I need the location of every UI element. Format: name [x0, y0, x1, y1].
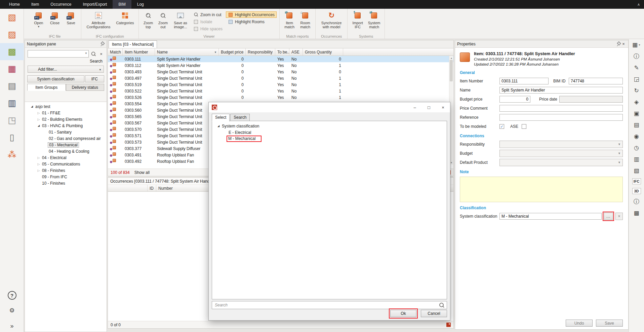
scrollbar-thumb[interactable] — [450, 60, 453, 81]
item-number-field[interactable] — [499, 78, 549, 84]
detach-panel-icon[interactable] — [446, 323, 451, 327]
attribute-configurations-button[interactable]: Attribute Configurations — [84, 10, 113, 34]
name-field[interactable] — [499, 87, 623, 94]
zoom-out-button[interactable]: −Zoom out — [156, 10, 170, 34]
budget-select[interactable]: ▼ — [499, 150, 623, 157]
save-as-image-button[interactable]: Save as image... — [171, 10, 190, 34]
occ-col-number[interactable]: Number — [156, 185, 217, 191]
open-button[interactable]: Open▼ — [31, 10, 46, 34]
clear-classification-button[interactable]: × — [615, 213, 623, 220]
classification-icon[interactable]: ◈ — [631, 98, 642, 106]
dialog-tab-search[interactable]: Search — [230, 114, 250, 121]
table-row[interactable]: 0303.526Single Duct Terminal Unit0YesNo1 — [108, 94, 453, 101]
search-icon[interactable] — [439, 303, 444, 308]
synchronize-with-model-button[interactable]: ↻Synchronize with model — [318, 10, 345, 34]
close-button[interactable]: × — [436, 102, 450, 112]
ribbon-collapse-icon[interactable]: ∧ — [637, 0, 640, 9]
note-field[interactable] — [460, 177, 623, 202]
menu-item[interactable]: Item — [26, 0, 45, 9]
occurrence-cube-icon[interactable]: ▩ — [631, 209, 642, 217]
column-header-budget-price[interactable]: Budget price — [219, 48, 246, 56]
zoom-top-button[interactable]: +Zoom top — [141, 10, 155, 34]
ok-button[interactable]: Ok — [390, 310, 416, 317]
info-secondary-icon[interactable]: ⓘ — [631, 198, 642, 206]
product-icon[interactable]: ▣ — [631, 110, 642, 117]
tree-item-system-classification[interactable]: ◢System classification — [213, 123, 445, 129]
chevron-collapsed-icon[interactable]: ▷ — [36, 111, 41, 115]
statistics-icon[interactable]: ▥ — [0, 95, 24, 112]
tree-item-01-sanitary[interactable]: 01 - Sanitary — [25, 129, 107, 135]
default-product-select[interactable]: ▼ — [499, 159, 623, 166]
relations-icon[interactable]: ⁂ — [0, 146, 24, 163]
chevron-collapsed-icon[interactable]: ▷ — [36, 156, 41, 159]
info-icon[interactable]: ⓘ — [631, 52, 642, 60]
tab-system-classification[interactable]: System classification — [27, 75, 84, 82]
nav-search-input[interactable] — [28, 50, 89, 58]
table-row[interactable]: 0303.493Single Duct Terminal Unit0YesNo0 — [108, 69, 453, 75]
column-header-ase[interactable]: ASE — [289, 48, 303, 56]
column-header-responsibility[interactable]: Responsibility — [246, 48, 275, 56]
column-header-name[interactable]: Name▼ — [155, 48, 219, 56]
maximize-button[interactable]: □ — [422, 102, 436, 112]
undo-button[interactable]: Undo — [566, 320, 593, 327]
reference-field[interactable] — [499, 114, 623, 121]
image-icon[interactable]: ◉ — [631, 133, 642, 140]
room-match-button[interactable]: ⌂Room match — [297, 10, 313, 34]
tab-item-groups[interactable]: Item Groups — [27, 84, 66, 91]
chevron-collapsed-icon[interactable]: ▷ — [36, 169, 41, 172]
cancel-button[interactable]: Cancel — [421, 310, 447, 317]
edit-properties-icon[interactable]: ✎ — [631, 64, 642, 72]
browse-classification-button[interactable]: ... — [604, 213, 613, 220]
occ-col-id[interactable]: ID — [148, 185, 156, 191]
save-button[interactable]: Save — [63, 10, 79, 34]
ifc-files-icon[interactable]: ▧ — [0, 9, 24, 26]
ifc-label[interactable]: IFC — [632, 178, 641, 184]
history-icon[interactable]: ◷ — [631, 144, 642, 152]
tree-item-04-electrical[interactable]: ▷04 - Electrical — [25, 154, 107, 161]
table-row[interactable]: 0303.497Single Duct Terminal Unit0YesNo1 — [108, 75, 453, 81]
refresh-icon[interactable]: ↻ — [631, 87, 642, 95]
budget-price-field[interactable] — [499, 96, 530, 103]
menu-home[interactable]: Home — [3, 0, 26, 9]
chevron-expanded-icon[interactable]: ◢ — [216, 124, 221, 127]
tree-item-01-ff-e[interactable]: ▷01 - FF&E — [25, 110, 107, 116]
layout-selector-icon[interactable]: ▦▼ — [631, 41, 642, 49]
chevron-expanded-icon[interactable]: ◢ — [36, 124, 41, 127]
nav-search-label[interactable]: Search — [25, 58, 107, 65]
zoom-in-cut-button[interactable]: Zoom in cut — [191, 11, 225, 18]
responsibility-select[interactable]: ▼ — [499, 141, 623, 148]
tree-item-08-finishes[interactable]: ▷08 - Finishes — [25, 167, 107, 174]
clear-search-icon[interactable]: × — [98, 51, 104, 57]
chevron-collapsed-icon[interactable]: ▷ — [36, 118, 41, 121]
item-match-button[interactable]: ⇄Item match — [282, 10, 297, 34]
highlight-rooms-button[interactable]: Highlight Rooms — [226, 19, 277, 25]
help-icon[interactable]: ? — [8, 291, 16, 300]
system-classification-field[interactable] — [499, 213, 602, 220]
menu-occurrence[interactable]: Occurrence — [45, 0, 77, 9]
table-row[interactable]: 0303.112Split System Air Handler0YesNo1 — [108, 62, 453, 69]
bim-id-field[interactable] — [569, 78, 623, 84]
dialog-tab-select[interactable]: Select — [212, 114, 230, 121]
tree-item-04-heating-cooling[interactable]: 04 - Heating & Cooling — [25, 148, 107, 154]
document-icon[interactable]: ▤ — [631, 121, 642, 129]
settings-gear-icon[interactable]: ⚙ — [7, 306, 17, 315]
add-filter-button[interactable]: Add filter... ▼ — [28, 66, 104, 73]
show-all-button[interactable]: Show all — [134, 170, 150, 175]
save-button[interactable]: Save — [596, 320, 623, 327]
expand-sidebar-icon[interactable]: » — [7, 321, 17, 331]
highlight-occurrences-button[interactable]: Highlight Occurrences — [226, 11, 277, 18]
menu-log[interactable]: Log — [131, 0, 150, 9]
logbook-icon[interactable]: ▯ — [0, 129, 24, 146]
attributes-icon[interactable]: ▤ — [0, 77, 24, 95]
close-button[interactable]: Close — [47, 10, 63, 34]
table-row[interactable]: 0303.522Single Duct Terminal Unit0YesNo1 — [108, 88, 453, 94]
tab-ifc[interactable]: IFC — [85, 75, 104, 82]
reports-icon[interactable]: ▦ — [0, 60, 24, 77]
tree-item-e-electrical[interactable]: E - Electrical — [213, 129, 445, 136]
column-header-gross-quantity[interactable]: Gross Quantity — [303, 48, 343, 56]
tree-item-05-communications[interactable]: ▷05 - Communications — [25, 161, 107, 167]
pin-icon[interactable] — [617, 42, 621, 46]
price-date-field[interactable] — [559, 96, 623, 103]
menu-import-export[interactable]: Import/Export — [77, 0, 113, 9]
chevron-collapsed-icon[interactable]: ▷ — [36, 162, 41, 166]
